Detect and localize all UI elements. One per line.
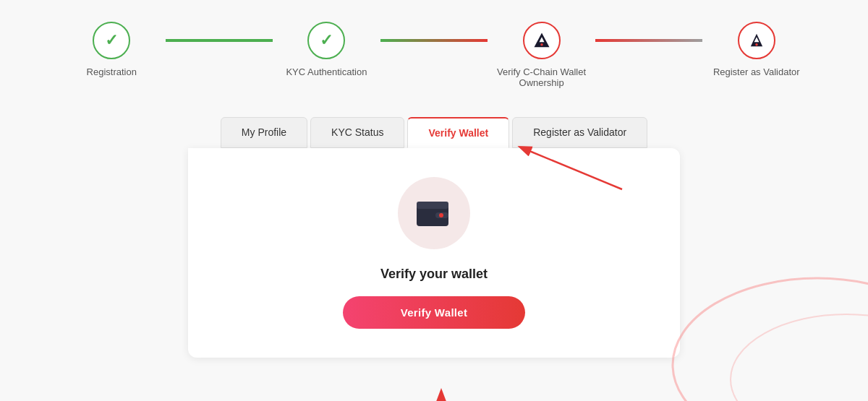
svg-point-8 xyxy=(439,213,443,217)
avalanche-icon xyxy=(532,30,552,51)
tabs-card-section: My Profile KYC Status Verify Wallet Regi… xyxy=(58,117,810,358)
step-kyc-label: KYC Authentication xyxy=(286,66,367,77)
verify-wallet-button[interactable]: Verify Wallet xyxy=(343,296,526,329)
tab-register-validator[interactable]: Register as Validator xyxy=(512,117,647,148)
wallet-illustration xyxy=(414,196,454,230)
step-verify-wallet-icon xyxy=(523,22,561,59)
verify-wallet-title: Verify your wallet xyxy=(380,267,488,282)
step-register-validator: Register as Validator xyxy=(702,22,810,77)
step-kyc-icon: ✓ xyxy=(307,22,345,59)
svg-point-2 xyxy=(540,43,543,46)
tab-my-profile[interactable]: My Profile xyxy=(221,117,307,148)
progress-steps: ✓ Registration ✓ KYC Authentication xyxy=(58,22,810,88)
step-registration: ✓ Registration xyxy=(58,22,166,77)
checkmark-icon: ✓ xyxy=(105,31,118,50)
connector-3 xyxy=(595,39,703,42)
svg-point-3 xyxy=(755,43,758,46)
step-register-validator-icon xyxy=(738,22,775,59)
step-registration-icon: ✓ xyxy=(93,22,130,59)
connector-1 xyxy=(166,39,273,42)
connector-2 xyxy=(380,39,488,42)
main-card: Verify your wallet Verify Wallet xyxy=(188,148,680,358)
tab-kyc-status[interactable]: KYC Status xyxy=(310,117,404,148)
step-kyc: ✓ KYC Authentication xyxy=(273,22,380,77)
avalanche-icon-2 xyxy=(746,30,767,51)
tab-verify-wallet[interactable]: Verify Wallet xyxy=(407,117,509,148)
step-verify-wallet-label: Verify C-Chain Wallet Ownership xyxy=(488,66,595,88)
step-registration-label: Registration xyxy=(87,66,137,77)
checkmark-icon-2: ✓ xyxy=(320,31,333,50)
step-verify-wallet: Verify C-Chain Wallet Ownership xyxy=(488,22,595,88)
wallet-icon-circle xyxy=(398,177,470,249)
tab-bar: My Profile KYC Status Verify Wallet Regi… xyxy=(219,117,649,148)
step-register-validator-label: Register as Validator xyxy=(713,66,800,77)
svg-rect-5 xyxy=(417,202,448,209)
